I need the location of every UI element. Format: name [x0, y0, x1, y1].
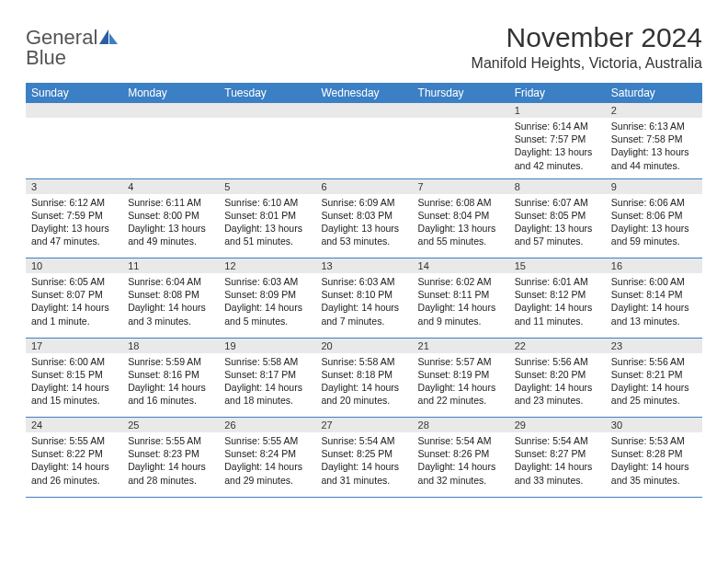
- day-number: 23: [606, 338, 702, 353]
- sunrise-line: Sunrise: 6:00 AM: [31, 355, 117, 368]
- sunrise-line: Sunrise: 5:55 AM: [224, 434, 310, 447]
- day-number: 6: [315, 178, 412, 194]
- day-header: Thursday: [413, 83, 509, 103]
- logo-bottom: Blue: [26, 48, 118, 68]
- daylight-line: Daylight: 13 hours and 59 minutes.: [611, 222, 697, 247]
- sunrise-line: Sunrise: 5:58 AM: [321, 355, 406, 368]
- sunset-line: Sunset: 8:12 PM: [515, 288, 600, 301]
- day-number: 30: [606, 418, 702, 433]
- sunset-line: Sunset: 8:10 PM: [321, 288, 406, 301]
- daylight-line: Daylight: 14 hours and 3 minutes.: [128, 301, 213, 327]
- day-number: [315, 103, 412, 118]
- day-number: 22: [509, 338, 606, 353]
- day-number: 13: [315, 259, 412, 274]
- day-number: [219, 103, 315, 118]
- sunrise-line: Sunrise: 6:09 AM: [321, 196, 406, 209]
- daylight-line: Daylight: 14 hours and 22 minutes.: [418, 381, 504, 407]
- daylight-line: Daylight: 14 hours and 20 minutes.: [321, 381, 406, 407]
- day-cell: Sunrise: 6:04 AMSunset: 8:08 PMDaylight:…: [122, 273, 219, 338]
- day-number: 1: [509, 103, 606, 118]
- sunset-line: Sunset: 7:57 PM: [515, 132, 600, 145]
- day-cell: Sunrise: 6:07 AMSunset: 8:05 PMDaylight:…: [509, 194, 606, 259]
- sunset-line: Sunset: 8:27 PM: [515, 447, 600, 460]
- sunrise-line: Sunrise: 6:03 AM: [321, 275, 406, 288]
- daylight-line: Daylight: 14 hours and 5 minutes.: [224, 301, 310, 327]
- sunset-line: Sunset: 8:03 PM: [321, 209, 406, 222]
- day-cell: Sunrise: 5:58 AMSunset: 8:17 PMDaylight:…: [219, 353, 315, 418]
- sunrise-line: Sunrise: 5:56 AM: [611, 355, 697, 368]
- sunset-line: Sunset: 8:01 PM: [224, 209, 310, 222]
- sunrise-line: Sunrise: 5:58 AM: [224, 355, 310, 368]
- day-number: [413, 103, 509, 118]
- sunset-line: Sunset: 8:18 PM: [321, 368, 406, 381]
- daylight-line: Daylight: 14 hours and 33 minutes.: [515, 460, 600, 486]
- day-header: Sunday: [26, 83, 122, 103]
- sunset-line: Sunset: 8:22 PM: [31, 447, 117, 460]
- day-header: Friday: [509, 83, 606, 103]
- daylight-line: Daylight: 14 hours and 35 minutes.: [611, 460, 697, 486]
- day-cell: Sunrise: 6:03 AMSunset: 8:09 PMDaylight:…: [219, 273, 315, 338]
- sunset-line: Sunset: 8:20 PM: [515, 368, 600, 381]
- day-number: 19: [219, 338, 315, 353]
- sunrise-line: Sunrise: 6:10 AM: [224, 196, 310, 209]
- day-cell: Sunrise: 6:00 AMSunset: 8:14 PMDaylight:…: [606, 273, 702, 338]
- month-title: November 2024: [472, 22, 702, 53]
- sunrise-line: Sunrise: 5:55 AM: [128, 434, 213, 447]
- sunrise-line: Sunrise: 5:53 AM: [611, 434, 697, 447]
- day-cell: Sunrise: 6:14 AMSunset: 7:57 PMDaylight:…: [509, 118, 606, 178]
- day-cell: Sunrise: 5:55 AMSunset: 8:23 PMDaylight:…: [122, 432, 219, 497]
- sunrise-line: Sunrise: 6:02 AM: [418, 275, 504, 288]
- sunset-line: Sunset: 8:21 PM: [611, 368, 697, 381]
- sunset-line: Sunset: 8:08 PM: [128, 288, 213, 301]
- sunrise-line: Sunrise: 6:00 AM: [611, 275, 697, 288]
- daylight-line: Daylight: 14 hours and 18 minutes.: [224, 381, 310, 407]
- day-cell: Sunrise: 6:06 AMSunset: 8:06 PMDaylight:…: [606, 194, 702, 259]
- sunrise-line: Sunrise: 6:08 AM: [418, 196, 504, 209]
- day-number: 24: [26, 418, 122, 433]
- daylight-line: Daylight: 13 hours and 55 minutes.: [418, 222, 504, 247]
- day-number: 15: [509, 259, 606, 274]
- calendar-table: SundayMondayTuesdayWednesdayThursdayFrid…: [26, 83, 702, 498]
- day-cell: [413, 118, 509, 178]
- day-number: 4: [122, 178, 219, 194]
- sunrise-line: Sunrise: 6:14 AM: [515, 120, 600, 132]
- day-number: 3: [26, 178, 122, 194]
- day-number: 12: [219, 259, 315, 274]
- day-header: Tuesday: [219, 83, 315, 103]
- sunrise-line: Sunrise: 5:55 AM: [31, 434, 117, 447]
- sunset-line: Sunset: 8:15 PM: [31, 368, 117, 381]
- sunset-line: Sunset: 8:16 PM: [128, 368, 213, 381]
- daylight-line: Daylight: 14 hours and 7 minutes.: [321, 301, 406, 327]
- day-number: 17: [26, 338, 122, 353]
- day-cell: Sunrise: 5:58 AMSunset: 8:18 PMDaylight:…: [315, 353, 412, 418]
- daylight-line: Daylight: 14 hours and 16 minutes.: [128, 381, 213, 407]
- daylight-line: Daylight: 14 hours and 32 minutes.: [418, 460, 504, 486]
- day-cell: Sunrise: 5:54 AMSunset: 8:27 PMDaylight:…: [509, 432, 606, 497]
- day-cell: Sunrise: 6:11 AMSunset: 8:00 PMDaylight:…: [122, 194, 219, 259]
- day-header: Monday: [122, 83, 219, 103]
- day-cell: [219, 118, 315, 178]
- day-number: 14: [413, 259, 509, 274]
- sunrise-line: Sunrise: 6:11 AM: [128, 196, 213, 209]
- daylight-line: Daylight: 14 hours and 28 minutes.: [128, 460, 213, 486]
- day-number: [122, 103, 219, 118]
- sunrise-line: Sunrise: 6:04 AM: [128, 275, 213, 288]
- sunrise-line: Sunrise: 6:13 AM: [611, 120, 697, 132]
- sunset-line: Sunset: 8:17 PM: [224, 368, 310, 381]
- sunrise-line: Sunrise: 6:07 AM: [515, 196, 600, 209]
- day-number: 8: [509, 178, 606, 194]
- sunset-line: Sunset: 8:19 PM: [418, 368, 504, 381]
- day-number: 27: [315, 418, 412, 433]
- daylight-line: Daylight: 13 hours and 57 minutes.: [515, 222, 600, 247]
- daylight-line: Daylight: 14 hours and 1 minute.: [31, 301, 117, 327]
- daylight-line: Daylight: 13 hours and 51 minutes.: [224, 222, 310, 247]
- sunrise-line: Sunrise: 5:59 AM: [128, 355, 213, 368]
- daylight-line: Daylight: 13 hours and 44 minutes.: [611, 145, 697, 171]
- sunrise-line: Sunrise: 5:57 AM: [418, 355, 504, 368]
- day-header: Wednesday: [315, 83, 412, 103]
- day-number: 26: [219, 418, 315, 433]
- day-number: 2: [606, 103, 702, 118]
- daylight-line: Daylight: 13 hours and 42 minutes.: [515, 145, 600, 171]
- sunset-line: Sunset: 7:59 PM: [31, 209, 117, 222]
- sunset-line: Sunset: 8:28 PM: [611, 447, 697, 460]
